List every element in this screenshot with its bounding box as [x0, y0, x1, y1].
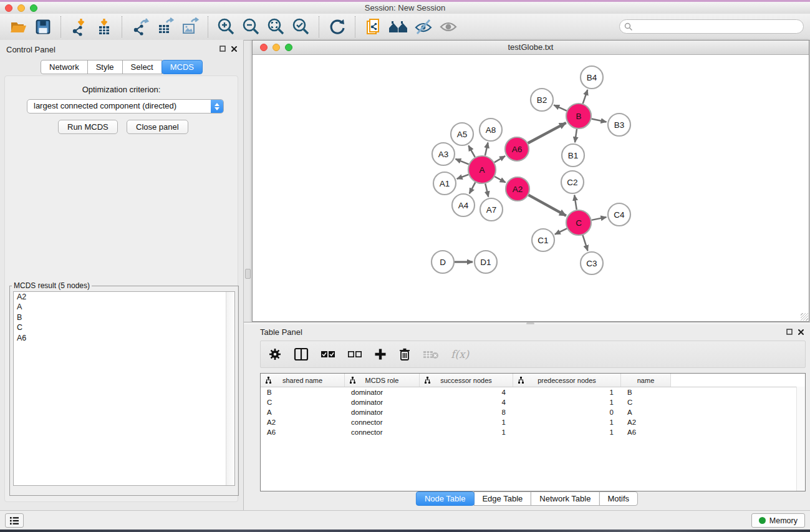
graph-node-B1[interactable]: B1: [562, 144, 584, 167]
graph-node-A8[interactable]: A8: [480, 118, 502, 141]
table-cell[interactable]: 0: [513, 407, 621, 417]
export-table-button[interactable]: [155, 17, 176, 37]
zoom-in-button[interactable]: [216, 17, 237, 37]
deselect-all-rows-button[interactable]: [347, 350, 362, 359]
memory-button[interactable]: Memory: [751, 513, 805, 528]
graph-edge-C-C3[interactable]: [582, 235, 587, 251]
graph-node-B[interactable]: B: [566, 104, 591, 128]
table-cell[interactable]: 8: [420, 407, 513, 417]
table-cell[interactable]: 1: [420, 427, 513, 437]
graph-edge-A-A2[interactable]: [494, 177, 505, 183]
graph-node-D[interactable]: D: [432, 251, 454, 273]
table-row[interactable]: Bdominator41B: [261, 387, 805, 397]
column-header-successor-nodes[interactable]: successor nodes: [420, 374, 513, 387]
import-network-button[interactable]: [69, 17, 90, 37]
result-scrollbar[interactable]: [226, 292, 234, 485]
float-table-panel-icon[interactable]: [786, 329, 793, 335]
table-cell[interactable]: 1: [420, 417, 513, 427]
zoom-out-button[interactable]: [241, 17, 262, 37]
network-from-selection-button[interactable]: [363, 17, 384, 37]
tab-node-table[interactable]: Node Table: [416, 491, 475, 506]
table-cell[interactable]: connector: [345, 427, 420, 437]
close-table-panel-icon[interactable]: [798, 329, 804, 335]
graph-node-A7[interactable]: A7: [480, 198, 503, 221]
mcds-result-item[interactable]: A2: [14, 292, 234, 302]
table-cell[interactable]: A2: [261, 417, 345, 427]
table-cell[interactable]: connector: [345, 417, 420, 427]
graph-node-C[interactable]: C: [566, 210, 591, 235]
graph-node-A6[interactable]: A6: [505, 137, 529, 161]
table-cell[interactable]: A6: [621, 427, 671, 437]
table-cell[interactable]: A2: [621, 417, 671, 427]
table-cell[interactable]: 1: [513, 427, 621, 437]
table-cell[interactable]: A: [621, 407, 671, 417]
graph-edge-B-B3[interactable]: [592, 118, 607, 122]
table-cell[interactable]: 4: [420, 387, 513, 397]
graph-node-C3[interactable]: C3: [581, 252, 603, 274]
dropdown-stepper[interactable]: [211, 100, 223, 113]
graph-edge-B-B1[interactable]: [575, 129, 577, 142]
mcds-result-item[interactable]: C: [14, 322, 234, 332]
column-header-predecessor-nodes[interactable]: predecessor nodes: [513, 374, 621, 387]
graph-node-D1[interactable]: D1: [475, 251, 497, 273]
graph-node-B4[interactable]: B4: [581, 66, 603, 89]
apply-layout-button[interactable]: [327, 17, 348, 37]
table-cell[interactable]: 1: [513, 387, 621, 397]
float-panel-icon[interactable]: [219, 46, 226, 52]
graph-edge-A-A1[interactable]: [457, 175, 469, 179]
graph-node-A1[interactable]: A1: [433, 172, 456, 195]
graph-edge-A2-C[interactable]: [529, 195, 566, 216]
zoom-fit-button[interactable]: [266, 17, 287, 37]
graph-node-A4[interactable]: A4: [452, 194, 475, 216]
close-panel-button[interactable]: Close panel: [127, 120, 188, 134]
close-panel-icon[interactable]: [231, 46, 237, 52]
column-header-shared-name[interactable]: shared name: [261, 374, 345, 387]
search-input[interactable]: [633, 21, 803, 32]
network-window-titlebar[interactable]: testGlobe.txt: [253, 41, 809, 55]
table-row[interactable]: Cdominator41C: [261, 397, 805, 407]
table-cell[interactable]: 1: [513, 397, 621, 407]
table-row[interactable]: Adominator80A: [261, 407, 805, 417]
graph-edge-A-A6[interactable]: [494, 156, 505, 162]
show-columns-button[interactable]: [294, 347, 309, 361]
tab-edge-table[interactable]: Edge Table: [473, 491, 531, 506]
table-cell[interactable]: dominator: [345, 397, 420, 407]
mcds-result-item[interactable]: A6: [14, 333, 234, 343]
graph-node-A[interactable]: A: [468, 156, 496, 183]
mcds-result-item[interactable]: A: [14, 302, 234, 312]
tab-motifs[interactable]: Motifs: [599, 491, 638, 506]
delete-column-button[interactable]: [398, 347, 411, 361]
graph-node-C1[interactable]: C1: [532, 229, 554, 251]
table-row[interactable]: A2connector11A2: [261, 417, 805, 427]
graph-edge-B-B2[interactable]: [554, 105, 567, 110]
graph-edge-C-C2[interactable]: [574, 195, 577, 210]
select-all-rows-button[interactable]: [321, 350, 335, 359]
import-table-button[interactable]: [94, 17, 115, 37]
table-cell[interactable]: 4: [420, 397, 513, 407]
network-canvas[interactable]: B4B2BB3B1A5A8A3A6AA1C2A2A4A7CC4C1C3DD1: [253, 55, 809, 321]
table-cell[interactable]: B: [621, 387, 671, 397]
tab-mcds[interactable]: MCDS: [162, 60, 203, 74]
criterion-dropdown[interactable]: largest connected component (directed): [27, 99, 224, 114]
task-history-button[interactable]: [5, 513, 24, 528]
tab-select[interactable]: Select: [122, 60, 162, 74]
table-cell[interactable]: C: [261, 397, 345, 407]
table-settings-button[interactable]: [268, 347, 282, 361]
tab-style[interactable]: Style: [87, 60, 123, 74]
graph-node-C2[interactable]: C2: [561, 171, 584, 193]
table-cell[interactable]: dominator: [345, 387, 420, 397]
search-box[interactable]: [619, 19, 804, 34]
tab-network[interactable]: Network: [41, 60, 88, 74]
clear-table-button[interactable]: [423, 349, 439, 360]
open-file-button[interactable]: [7, 17, 29, 37]
first-neighbors-button[interactable]: [388, 17, 409, 37]
graph-edge-A6-B[interactable]: [528, 123, 566, 143]
function-builder-button[interactable]: f(x): [451, 348, 469, 360]
graph-node-B3[interactable]: B3: [608, 114, 630, 136]
zoom-selected-button[interactable]: [291, 17, 312, 37]
run-mcds-button[interactable]: Run MCDS: [58, 120, 118, 134]
table-cell[interactable]: B: [261, 387, 345, 397]
tab-network-table[interactable]: Network Table: [531, 491, 599, 506]
column-header-mcds-role[interactable]: MCDS role: [345, 374, 420, 387]
graph-edge-C-C1[interactable]: [555, 228, 567, 234]
